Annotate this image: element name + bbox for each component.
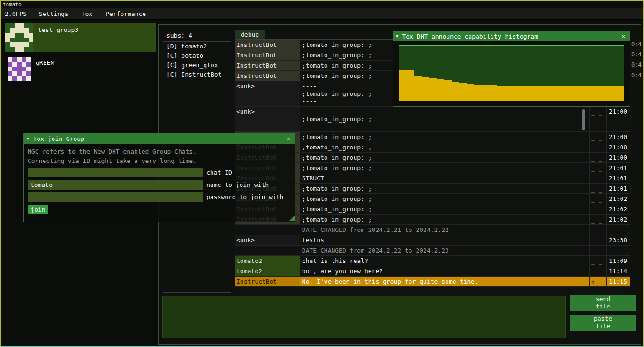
- histogram-bar: [497, 86, 504, 101]
- chat-row[interactable]: DATE CHANGED from 2024.2.22 to 2024.2.23: [235, 246, 630, 256]
- histogram-bar: [512, 86, 519, 101]
- histogram-window-titlebar[interactable]: ▼ Tox DHT announce capability histogram …: [393, 31, 630, 41]
- histogram-bar: [489, 85, 497, 101]
- chat-row-flags: _ _: [590, 132, 607, 142]
- tab-debug[interactable]: debug: [235, 30, 265, 39]
- chat-row-time: [607, 225, 630, 235]
- chat-row-time: 21:00: [607, 132, 630, 142]
- chat-row-message: ;tomato_in_group: ;: [300, 132, 590, 142]
- sidebar-group-test_group3[interactable]: test_group3: [5, 23, 156, 52]
- chat-row[interactable]: tomato2bot, are you new here?_ _11:14: [235, 266, 630, 277]
- chat-row-time: 21:00: [607, 142, 630, 152]
- chat-row-name: InstructBot: [235, 71, 300, 81]
- join-password-input[interactable]: [28, 192, 203, 202]
- chat-id-label: chat ID: [206, 169, 232, 176]
- chat-row-flags: _ _: [590, 256, 607, 266]
- paste-file-label-line2: file: [596, 323, 610, 330]
- sidebar-group-gREEN[interactable]: gREEN: [5, 56, 156, 85]
- chat-row-name: InstructBot: [235, 50, 300, 60]
- subs-header: subs: 4: [163, 30, 231, 42]
- histogram-window-title: Tox DHT announce capability histogram: [402, 33, 620, 40]
- chat-row-flags: _ _: [590, 163, 607, 173]
- chat-row-flags: _ _: [590, 184, 607, 193]
- chat-row[interactable]: <unk>----;tomato_in_group: ;----_ _21:00: [235, 107, 630, 132]
- histogram-bar: [399, 70, 407, 101]
- join-button[interactable]: join: [28, 205, 48, 214]
- histogram-bar: [586, 86, 594, 101]
- join-window-titlebar[interactable]: ▼ Tox join Group ✕: [24, 133, 295, 144]
- histogram-bar: [609, 86, 616, 101]
- menu-items: SettingsToxPerformance: [32, 8, 152, 19]
- histogram-bar: [452, 82, 459, 101]
- chat-row-name: <unk>: [235, 81, 300, 106]
- send-file-label-line1: send: [596, 295, 610, 303]
- chat-id-input[interactable]: [28, 168, 203, 177]
- histogram-bar: [526, 86, 534, 101]
- subs-item[interactable]: [C] potato: [163, 51, 231, 61]
- collapse-arrow-icon[interactable]: ▼: [27, 136, 29, 141]
- join-group-window: ▼ Tox join Group ✕ NGC refers to the New…: [23, 133, 295, 222]
- chat-row-name: InstructBot: [235, 40, 300, 50]
- chat-row[interactable]: DATE CHANGED from 2024.2.21 to 2024.2.22: [235, 225, 630, 235]
- histogram-bar: [549, 86, 556, 101]
- chat-row-message-line: ----: [302, 108, 587, 116]
- chat-row-flags: _ _: [590, 142, 607, 152]
- subs-item[interactable]: [D] tomato2: [163, 42, 231, 51]
- menu-item-settings[interactable]: Settings: [32, 8, 75, 19]
- chat-row-message: ;tomato_in_group: ;: [300, 142, 590, 152]
- subs-item[interactable]: [C] green_qtox: [163, 61, 231, 70]
- close-icon[interactable]: ✕: [620, 32, 627, 40]
- histogram-bar: [459, 83, 467, 101]
- menu-item-tox[interactable]: Tox: [75, 8, 99, 19]
- chat-row-message: No, I've been in this group for quite so…: [300, 277, 590, 286]
- window-title: tomato: [3, 1, 22, 8]
- chat-row-flags: _ _: [590, 173, 607, 183]
- scrollbar-thumb[interactable]: [582, 109, 585, 130]
- chat-row-name: tomato2: [235, 266, 300, 276]
- chat-row-name: [235, 225, 300, 235]
- resize-grip[interactable]: [289, 216, 295, 221]
- message-input[interactable]: [162, 296, 566, 338]
- chat-row-time: 21:00: [607, 153, 630, 162]
- join-name-label: name to join with: [206, 181, 269, 188]
- chat-row[interactable]: tomato2chat is this real?_ _11:09: [235, 256, 630, 266]
- chat-row-message: ;tomato_in_group: ;: [300, 153, 590, 162]
- chat-row-time: 21:01: [607, 184, 630, 193]
- chat-row-time: 11:15: [607, 277, 630, 286]
- chat-row-name: [235, 246, 300, 255]
- chat-row[interactable]: InstructBotNo, I've been in this group f…: [235, 277, 630, 287]
- send-file-label-line2: file: [596, 303, 610, 310]
- chat-row-flags: _ _: [590, 266, 607, 276]
- fps-counter[interactable]: 2.0FPS: [1, 8, 32, 19]
- histogram-bar: [571, 86, 579, 101]
- chat-row-message: testus: [300, 235, 590, 245]
- subs-item[interactable]: [C] InstructBot: [163, 70, 231, 79]
- histogram-bar: [474, 85, 482, 101]
- group-label: test_group3: [38, 26, 78, 33]
- chat-row-name: tomato2: [235, 256, 300, 266]
- group-list: test_group3gREEN: [5, 23, 156, 89]
- chat-row-time: 23:38: [607, 235, 630, 245]
- window-titlebar: tomato: [1, 1, 643, 8]
- collapse-arrow-icon[interactable]: ▼: [396, 34, 398, 39]
- join-description-line: Connecting via ID might take a very long…: [28, 157, 291, 165]
- chat-row-message-line: ----: [302, 123, 587, 131]
- chat-row-time: 21:01: [607, 163, 630, 173]
- join-window-body: NGC refers to the New DHT enabled Group …: [24, 144, 295, 218]
- histogram-bar: [556, 86, 564, 101]
- chat-row-flags: _ _: [590, 215, 607, 224]
- chat-row[interactable]: <unk>testus_ _23:38: [235, 235, 630, 246]
- join-name-input[interactable]: [28, 180, 203, 190]
- close-icon[interactable]: ✕: [285, 135, 292, 142]
- app-window: tomato 2.0FPS SettingsToxPerformance tes…: [0, 0, 644, 347]
- send-file-button[interactable]: send file: [570, 295, 636, 311]
- chat-row-message: ----;tomato_in_group: ;----: [300, 107, 590, 131]
- histogram-plot[interactable]: [399, 45, 624, 101]
- chat-row-flags: d: [590, 277, 607, 286]
- chat-row-time: 21:01: [607, 173, 630, 183]
- chat-row-message: DATE CHANGED from 2024.2.22 to 2024.2.23: [300, 246, 590, 255]
- join-window-title: Tox join Group: [33, 135, 285, 142]
- menu-item-performance[interactable]: Performance: [99, 8, 152, 19]
- paste-file-button[interactable]: paste file: [570, 315, 636, 331]
- chat-row-flags: _ _: [590, 204, 607, 214]
